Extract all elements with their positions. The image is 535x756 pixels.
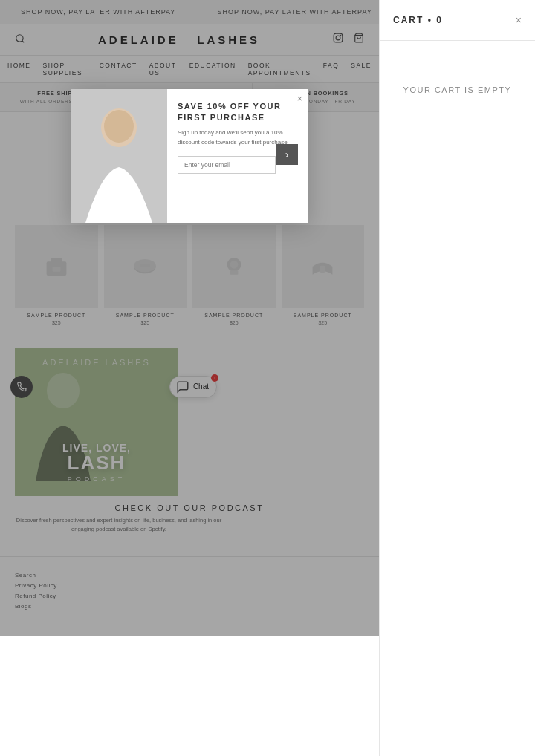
popup-close-button[interactable]: ×	[296, 94, 302, 103]
cart-close-button[interactable]: ×	[516, 15, 522, 25]
popup-overlay[interactable]: × SAVE 10% OFF YOUR FIRST PURCHASE Sign …	[0, 0, 379, 636]
popup-image	[71, 89, 167, 223]
svg-point-19	[104, 110, 134, 143]
cart-empty-message: YOUR CART IS EMPTY	[380, 85, 535, 94]
cart-header: CART • 0 ×	[380, 0, 535, 41]
cart-panel: CART • 0 × YOUR CART IS EMPTY	[379, 0, 535, 756]
popup-input-wrap	[178, 156, 276, 178]
cart-count: 0	[436, 15, 443, 25]
popup-input-row: ›	[178, 156, 298, 178]
email-input[interactable]	[178, 156, 276, 174]
main-content: SHOP NOW, PAY LATER WITH AFTERPAY SHOP N…	[0, 0, 379, 636]
popup-content: × SAVE 10% OFF YOUR FIRST PURCHASE Sign …	[167, 89, 308, 223]
cart-title: CART • 0	[393, 15, 443, 25]
popup-title: SAVE 10% OFF YOUR FIRST PURCHASE	[178, 101, 298, 124]
popup-person	[71, 89, 167, 223]
cart-bullet: •	[428, 15, 432, 25]
popup-submit-button[interactable]: ›	[276, 144, 298, 165]
popup-person-svg	[71, 89, 167, 223]
email-popup: × SAVE 10% OFF YOUR FIRST PURCHASE Sign …	[71, 89, 308, 223]
cart-title-text: CART	[393, 15, 424, 25]
